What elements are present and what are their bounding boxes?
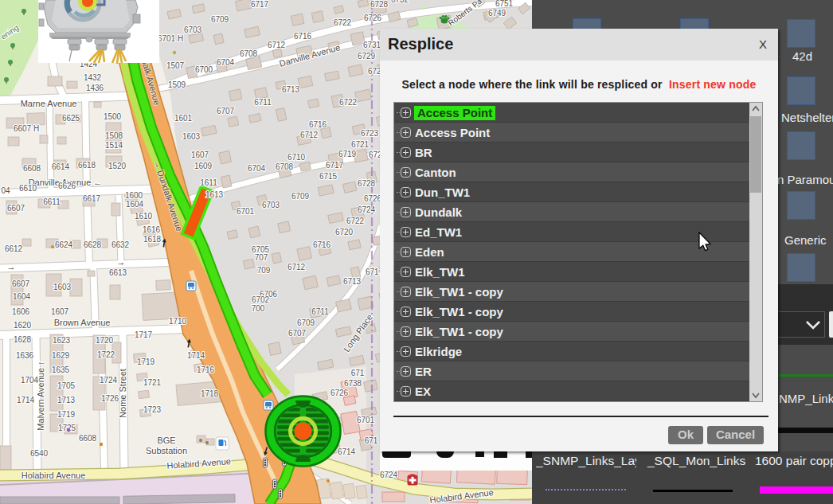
svg-text:1725: 1725 — [58, 424, 76, 432]
svg-text:6726: 6726 — [364, 14, 382, 22]
svg-text:6701 H: 6701 H — [158, 34, 183, 43]
svg-text:709: 709 — [257, 266, 271, 275]
svg-text:1432: 1432 — [84, 73, 102, 82]
svg-text:6704: 6704 — [248, 164, 266, 173]
svg-text:6709: 6709 — [297, 318, 315, 327]
svg-text:1629: 1629 — [52, 351, 70, 360]
svg-text:6728: 6728 — [358, 179, 376, 188]
svg-text:6729: 6729 — [358, 52, 376, 61]
svg-text:6712: 6712 — [268, 41, 286, 49]
svg-text:1724: 1724 — [100, 376, 118, 385]
svg-text:1600: 1600 — [125, 191, 143, 200]
svg-text:6711: 6711 — [254, 98, 272, 107]
svg-text:1509: 1509 — [168, 80, 186, 89]
svg-text:1723: 1723 — [143, 405, 162, 414]
svg-text:6632: 6632 — [111, 240, 130, 249]
svg-text:6612: 6612 — [5, 244, 23, 253]
svg-text:6704: 6704 — [217, 58, 235, 67]
svg-text:6719: 6719 — [338, 150, 357, 158]
svg-text:6607 H: 6607 H — [14, 124, 39, 133]
svg-text:6751: 6751 — [495, 0, 514, 8]
svg-text:1719: 1719 — [57, 410, 76, 419]
svg-text:6722: 6722 — [339, 98, 358, 107]
svg-text:6703: 6703 — [184, 25, 202, 34]
svg-text:1604: 1604 — [126, 200, 144, 209]
svg-text:1609: 1609 — [194, 162, 213, 170]
svg-text:1714: 1714 — [187, 351, 205, 360]
svg-text:1610: 1610 — [135, 212, 153, 221]
svg-text:6702: 6702 — [252, 295, 270, 304]
svg-text:1623: 1623 — [53, 336, 71, 345]
svg-text:6625: 6625 — [62, 114, 80, 123]
svg-text:6732: 6732 — [391, 0, 409, 4]
svg-text:6712: 6712 — [300, 131, 319, 139]
svg-text:6618: 6618 — [78, 161, 96, 170]
svg-text:1603: 1603 — [53, 283, 72, 291]
svg-text:6716: 6716 — [313, 240, 331, 249]
svg-text:6608: 6608 — [23, 164, 41, 173]
svg-text:1601: 1601 — [174, 114, 193, 123]
svg-text:707: 707 — [255, 253, 268, 262]
svg-text:6709: 6709 — [211, 15, 229, 24]
svg-text:1717: 1717 — [135, 330, 153, 339]
svg-text:6731: 6731 — [363, 41, 381, 49]
svg-text:BGE: BGE — [157, 436, 175, 445]
svg-text:6724: 6724 — [380, 471, 398, 479]
svg-text:6708: 6708 — [276, 162, 294, 171]
svg-text:6614: 6614 — [52, 162, 70, 171]
svg-text:Marne Avenue: Marne Avenue — [21, 99, 77, 108]
svg-text:1704: 1704 — [21, 376, 39, 385]
svg-text:1620: 1620 — [14, 321, 32, 330]
svg-text:1604: 1604 — [13, 292, 31, 301]
svg-text:1500: 1500 — [104, 112, 122, 121]
svg-text:1507: 1507 — [166, 61, 185, 70]
svg-text:→: → — [7, 262, 16, 272]
svg-text:6628: 6628 — [84, 240, 102, 249]
svg-text:1716: 1716 — [197, 365, 215, 374]
svg-text:Brown Avenue: Brown Avenue — [54, 318, 111, 327]
svg-text:1508: 1508 — [105, 131, 123, 140]
svg-text:6709: 6709 — [291, 192, 310, 201]
svg-text:6716: 6716 — [294, 32, 312, 41]
svg-text:Holabird Avenue: Holabird Avenue — [22, 471, 86, 480]
svg-text:1520: 1520 — [108, 162, 127, 170]
svg-text:6712: 6712 — [287, 263, 306, 272]
svg-text:6624: 6624 — [55, 240, 73, 249]
svg-text:6722: 6722 — [334, 18, 352, 27]
svg-text:671: 671 — [351, 369, 365, 377]
svg-text:6715: 6715 — [319, 172, 338, 181]
svg-text:1720: 1720 — [96, 336, 114, 345]
svg-text:700: 700 — [252, 304, 265, 313]
svg-text:6720: 6720 — [335, 228, 354, 236]
svg-text:→: → — [117, 257, 126, 267]
svg-text:6723: 6723 — [361, 129, 379, 138]
svg-text:1635: 1635 — [52, 365, 70, 374]
svg-text:6613: 6613 — [109, 268, 127, 277]
svg-text:1514: 1514 — [105, 141, 123, 150]
svg-text:6701: 6701 — [237, 207, 255, 216]
svg-text:6703: 6703 — [262, 201, 280, 209]
svg-text:6708: 6708 — [240, 49, 258, 58]
svg-text:6610: 6610 — [19, 184, 37, 193]
svg-text:6607: 6607 — [12, 279, 30, 288]
svg-text:6721: 6721 — [351, 140, 370, 149]
svg-text:6711: 6711 — [311, 307, 329, 316]
svg-text:04: 04 — [1, 186, 10, 195]
svg-text:6724: 6724 — [358, 205, 376, 214]
svg-text:6726: 6726 — [330, 389, 349, 397]
svg-text:6749: 6749 — [488, 9, 506, 18]
svg-text:1705: 1705 — [57, 381, 76, 390]
svg-text:1710: 1710 — [169, 317, 187, 326]
svg-text:1616: 1616 — [143, 225, 161, 234]
svg-text:1714: 1714 — [17, 396, 35, 404]
svg-text:6707: 6707 — [288, 329, 307, 338]
svg-text:Nome Street: Nome Street — [118, 369, 127, 418]
svg-text:6716: 6716 — [309, 120, 327, 129]
svg-text:1636: 1636 — [16, 351, 34, 360]
svg-text:6710: 6710 — [287, 153, 306, 162]
svg-text:1607: 1607 — [51, 307, 69, 316]
svg-text:1607: 1607 — [191, 150, 209, 159]
svg-text:1713: 1713 — [57, 396, 76, 404]
svg-text:6728: 6728 — [370, 0, 389, 9]
svg-text:1606: 1606 — [12, 307, 30, 316]
